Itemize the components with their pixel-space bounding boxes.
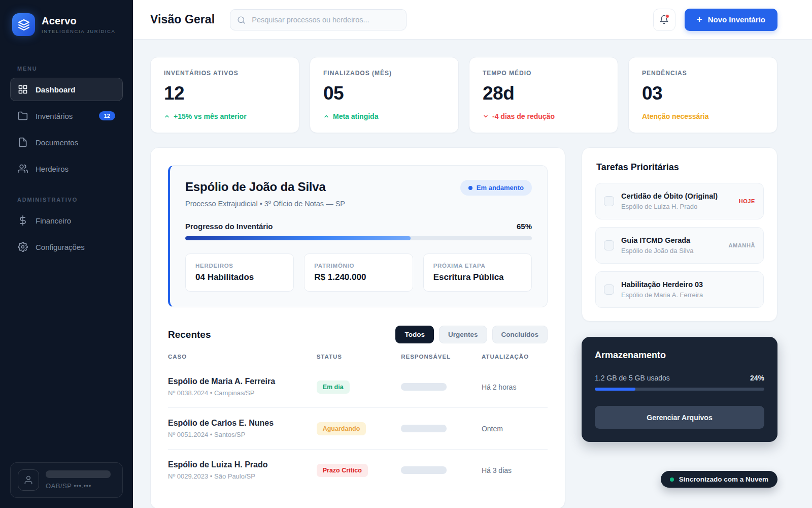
- sync-status-label: Sincronizado com a Nuvem: [679, 475, 768, 483]
- stat-value: 12: [164, 83, 286, 104]
- status-badge: Aguardando: [317, 422, 366, 435]
- recents-title: Recentes: [168, 329, 211, 340]
- stat-label: PENDÊNCIAS: [642, 70, 764, 77]
- featured-case-card: Espólio de João da Silva Em andamento Pr…: [168, 165, 548, 307]
- overview-panel: Espólio de João da Silva Em andamento Pr…: [150, 147, 565, 508]
- metric-card-patrimonio: PATRIMÔNIO R$ 1.240.000: [304, 253, 413, 292]
- sidebar-item-label: Herdeiros: [36, 165, 69, 173]
- task-subtitle: Espólio de João da Silva: [621, 247, 722, 255]
- sidebar-item-dashboard[interactable]: Dashboard: [10, 78, 123, 101]
- task-item[interactable]: Certidão de Óbito (Original) Espólio de …: [595, 183, 764, 219]
- filter-urgentes[interactable]: Urgentes: [439, 326, 487, 343]
- task-checkbox[interactable]: [604, 284, 614, 295]
- metric-card-proxima-etapa: PRÓXIMA ETAPA Escritura Pública: [423, 253, 532, 292]
- task-item[interactable]: Habilitação Herdeiro 03 Espólio de Maria…: [595, 271, 764, 308]
- document-icon: [18, 137, 28, 147]
- stat-card-pendencias: PENDÊNCIAS 03 Atenção necessária: [628, 57, 777, 133]
- task-subtitle: Espólio de Luiza H. Prado: [621, 203, 732, 210]
- gear-icon: [18, 242, 28, 252]
- stat-card-finalizados: FINALIZADOS (MÊS) 05 Meta atingida: [310, 57, 459, 133]
- acervo-logo: [12, 13, 35, 36]
- content-area: INVENTÁRIOS ATIVOS 12 +15% vs mês anteri…: [133, 40, 812, 508]
- task-title: Certidão de Óbito (Original): [621, 192, 732, 200]
- updated-label: Há 2 horas: [482, 383, 548, 391]
- recents-filters: Todos Urgentes Concluídos: [395, 326, 548, 343]
- users-icon: [18, 164, 28, 174]
- task-checkbox[interactable]: [604, 196, 614, 206]
- tasks-title: Tarefas Prioritárias: [596, 162, 764, 173]
- notifications-button[interactable]: [653, 9, 675, 31]
- topbar: Visão Geral + Novo Inventário: [133, 0, 812, 40]
- table-row[interactable]: Espólio de Luiza H. Prado Nº 0029.2023 •…: [168, 450, 548, 491]
- stat-label: TEMPO MÉDIO: [483, 70, 604, 77]
- progress-label: Progresso do Inventário: [185, 222, 273, 231]
- updated-label: Há 3 dias: [482, 466, 548, 474]
- status-badge: Em dia: [317, 380, 350, 394]
- storage-percent: 24%: [750, 374, 764, 382]
- sidebar-item-inventarios[interactable]: Inventários 12: [10, 104, 123, 128]
- main-column: Visão Geral + Novo Inventário INVEN: [133, 0, 812, 508]
- stat-delta: -4 dias de redução: [483, 112, 604, 120]
- case-name: Espólio de Maria A. Ferreira: [168, 377, 317, 386]
- storage-title: Armazenamento: [595, 350, 764, 361]
- filter-concluidos[interactable]: Concluídos: [492, 326, 548, 343]
- sync-status-dot-icon: [670, 478, 674, 482]
- dollar-icon: [18, 215, 28, 226]
- chevron-down-icon: [483, 113, 489, 119]
- stat-label: FINALIZADOS (MÊS): [323, 70, 445, 77]
- featured-case-title: Espólio de João da Silva: [185, 180, 326, 194]
- sidebar-item-herdeiros[interactable]: Herdeiros: [10, 157, 123, 180]
- search-input[interactable]: [230, 9, 407, 30]
- manage-files-button[interactable]: Gerenciar Arquivos: [595, 406, 764, 429]
- admin-section-label: ADMINISTRATIVO: [17, 197, 123, 203]
- filter-todos[interactable]: Todos: [395, 326, 434, 343]
- brand-name: Acervo: [42, 15, 116, 27]
- status-badge: Prazo Crítico: [317, 464, 368, 477]
- stat-card-inventarios-ativos: INVENTÁRIOS ATIVOS 12 +15% vs mês anteri…: [150, 57, 299, 133]
- case-name: Espólio de Luiza H. Prado: [168, 460, 317, 469]
- task-title: Guia ITCMD Gerada: [621, 236, 722, 244]
- sidebar-item-label: Dashboard: [36, 85, 75, 94]
- featured-case-subtitle: Processo Extrajudicial • 3º Ofício de No…: [185, 200, 532, 208]
- table-row[interactable]: Espólio de Maria A. Ferreira Nº 0038.202…: [168, 366, 548, 408]
- status-dot-icon: [468, 186, 472, 190]
- table-row[interactable]: Espólio de Carlos E. Nunes Nº 0051.2024 …: [168, 408, 548, 450]
- metric-card-herdeiros: HERDEIROS 04 Habilitados: [185, 253, 294, 292]
- sidebar-item-label: Configurações: [36, 243, 85, 251]
- case-meta: Nº 0051.2024 • Santos/SP: [168, 431, 317, 438]
- user-name-skeleton: [46, 470, 111, 478]
- responsavel-skeleton: [401, 466, 447, 474]
- stat-label: INVENTÁRIOS ATIVOS: [164, 70, 286, 77]
- sidebar-item-configuracoes[interactable]: Configurações: [10, 235, 123, 259]
- user-oab-label: OAB/SP •••.•••: [46, 482, 111, 490]
- progress-percent: 65%: [517, 222, 532, 231]
- sidebar-item-financeiro[interactable]: Financeiro: [10, 209, 123, 232]
- status-badge: Em andamento: [460, 180, 532, 196]
- case-meta: Nº 0038.2024 • Campinas/SP: [168, 389, 317, 397]
- stat-card-tempo-medio: TEMPO MÉDIO 28d -4 dias de redução: [469, 57, 618, 133]
- task-due-tag: AMANHÃ: [729, 242, 755, 248]
- inventarios-count-badge: 12: [99, 111, 115, 120]
- stat-delta: Atenção necessária: [642, 112, 764, 120]
- menu-section-label: MENU: [17, 66, 123, 72]
- folder-icon: [18, 111, 28, 121]
- new-inventory-label: Novo Inventário: [708, 15, 765, 24]
- task-checkbox[interactable]: [604, 240, 614, 250]
- sidebar-item-label: Documentos: [36, 138, 78, 147]
- inventory-progress-fill: [185, 236, 411, 240]
- sidebar-item-documentos[interactable]: Documentos: [10, 131, 123, 154]
- case-meta: Nº 0029.2023 • São Paulo/SP: [168, 472, 317, 480]
- storage-progress-bar: [595, 388, 764, 391]
- table-header: CASO STATUS RESPONSÁVEL ATUALIZAÇÃO: [168, 354, 548, 366]
- storage-panel: Armazenamento 1.2 GB de 5 GB usados 24% …: [582, 337, 777, 442]
- stat-value: 03: [642, 83, 764, 104]
- plus-icon: +: [697, 14, 702, 24]
- sidebar: Acervo INTELIGÊNCIA JURÍDICA MENU Dashbo…: [0, 0, 133, 508]
- layers-icon: [18, 19, 30, 31]
- brand-tagline: INTELIGÊNCIA JURÍDICA: [42, 28, 116, 34]
- new-inventory-button[interactable]: + Novo Inventário: [685, 9, 777, 31]
- case-name: Espólio de Carlos E. Nunes: [168, 419, 317, 428]
- sidebar-item-label: Inventários: [36, 112, 73, 120]
- task-item[interactable]: Guia ITCMD Gerada Espólio de João da Sil…: [595, 227, 764, 264]
- user-profile-card[interactable]: OAB/SP •••.•••: [10, 462, 123, 498]
